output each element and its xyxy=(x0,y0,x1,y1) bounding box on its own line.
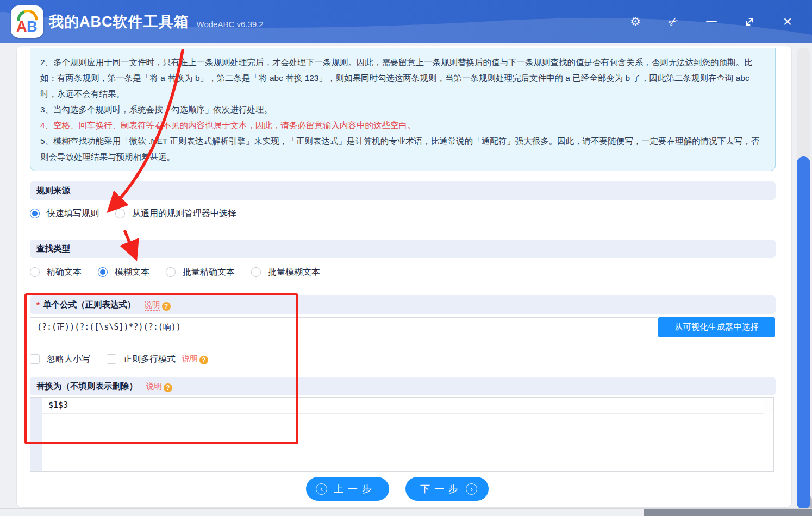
instructions-panel: 2、多个规则应用于同一文件时，只有在上一条规则处理完后，才会处理下一条规则。因此… xyxy=(30,48,776,171)
rule-source-header: 规则来源 xyxy=(30,181,776,200)
question-icon[interactable]: ? xyxy=(199,356,208,364)
radio-icon xyxy=(30,209,40,218)
radio-label: 批量模糊文本 xyxy=(268,267,320,278)
required-asterisk: * xyxy=(36,295,40,314)
replace-title: 替换为（不填则表示删除） xyxy=(36,377,138,395)
regex-formula-input[interactable] xyxy=(30,317,658,337)
bottom-divider xyxy=(0,508,812,509)
close-button[interactable]: × xyxy=(769,9,807,34)
next-step-label: 下一步 xyxy=(420,482,463,495)
radio-label: 批量精确文本 xyxy=(183,267,235,278)
note-item-5: 5、模糊查找功能采用「微软 .NET 正则表达式解析引擎」来实现，「正则表达式」… xyxy=(40,133,765,165)
replace-value: $1$3 xyxy=(48,400,68,410)
app-title: 我的ABC软件工具箱 xyxy=(49,12,189,32)
previous-step-button[interactable]: ‹ 上一步 xyxy=(306,477,389,501)
abc-logo-icon: A B xyxy=(14,9,40,35)
radio-quick-fill-rule[interactable]: 快速填写规则 xyxy=(30,208,99,219)
note-item-2: 2、多个规则应用于同一文件时，只有在上一条规则处理完后，才会处理下一条规则。因此… xyxy=(40,54,765,102)
checkbox-ignore-case[interactable]: 忽略大小写 xyxy=(30,354,90,365)
minimize-icon xyxy=(706,21,717,22)
replace-header: 替换为（不填则表示删除） 说明? xyxy=(30,377,776,395)
chevron-right-icon: › xyxy=(466,483,477,495)
textarea-gutter xyxy=(30,398,42,471)
checkbox-label: 正则多行模式 xyxy=(123,354,176,365)
screenshot-cut-button[interactable]: ✂ xyxy=(654,9,692,34)
radio-label: 模糊文本 xyxy=(115,267,149,278)
page-scrollbar-thumb[interactable] xyxy=(797,156,810,509)
question-icon[interactable]: ? xyxy=(164,383,172,392)
titlebar: A B 我的ABC软件工具箱 WodeABC v6.39.2 ⚙ ✂ xyxy=(0,0,812,43)
checkbox-icon xyxy=(30,354,40,364)
close-icon: × xyxy=(783,14,792,29)
svg-text:A: A xyxy=(16,18,27,35)
radio-from-rule-manager[interactable]: 从通用的规则管理器中选择 xyxy=(115,208,236,219)
textarea-scroll-thumb[interactable] xyxy=(764,398,773,414)
radio-label: 从通用的规则管理器中选择 xyxy=(132,208,236,219)
formula-title: 单个公式（正则表达式） xyxy=(43,295,136,314)
radio-label: 精确文本 xyxy=(47,267,82,278)
checkbox-icon xyxy=(107,354,116,364)
radio-icon xyxy=(115,209,125,218)
radio-fuzzy-text[interactable]: 模糊文本 xyxy=(98,267,149,278)
next-step-button[interactable]: 下一步 › xyxy=(405,477,489,501)
rule-source-title: 规则来源 xyxy=(36,181,70,200)
textarea-line-divider xyxy=(42,413,764,414)
radio-batch-fuzzy-text[interactable]: 批量模糊文本 xyxy=(251,267,320,278)
note-item-3: 3、当勾选多个规则时，系统会按「勾选顺序」依次进行处理。 xyxy=(40,102,765,117)
radio-exact-text[interactable]: 精确文本 xyxy=(30,267,82,278)
background-window-edge xyxy=(644,509,812,516)
find-type-header: 查找类型 xyxy=(30,240,776,258)
replace-help-link[interactable]: 说明 xyxy=(146,382,162,392)
question-icon[interactable]: ? xyxy=(162,302,171,311)
resize-icon xyxy=(744,16,755,27)
app-logo: A B xyxy=(11,5,43,38)
multiline-help-link[interactable]: 说明 xyxy=(182,354,198,364)
minimize-button[interactable] xyxy=(692,9,730,34)
replace-textarea[interactable]: $1$3 xyxy=(30,397,774,472)
checkbox-regex-multiline[interactable]: 正则多行模式 xyxy=(107,354,176,365)
radio-icon xyxy=(98,267,108,277)
formula-header: * 单个公式（正则表达式） 说明? xyxy=(30,295,776,314)
previous-step-label: 上一步 xyxy=(334,482,376,495)
chevron-left-icon: ‹ xyxy=(316,483,327,495)
textarea-scrollbar[interactable] xyxy=(764,398,773,471)
app-window: A B 我的ABC软件工具箱 WodeABC v6.39.2 ⚙ ✂ xyxy=(0,0,812,516)
checkbox-label: 忽略大小写 xyxy=(47,354,90,365)
gear-icon: ⚙ xyxy=(630,15,641,29)
scissors-icon: ✂ xyxy=(666,14,681,30)
radio-label: 快速填写规则 xyxy=(47,208,99,219)
radio-icon xyxy=(30,267,40,277)
find-type-title: 查找类型 xyxy=(36,240,70,258)
resize-button[interactable] xyxy=(730,9,769,34)
svg-text:B: B xyxy=(27,18,38,35)
note-item-4: 4、空格、回车换行、制表符等看不见的内容也属于文本，因此，请务必留意输入内容中的… xyxy=(40,117,765,133)
visual-generator-picker-button[interactable]: 从可视化生成器中选择 xyxy=(658,317,775,337)
radio-icon xyxy=(251,267,261,277)
radio-icon xyxy=(166,267,176,277)
formula-help-link[interactable]: 说明 xyxy=(145,300,160,311)
radio-batch-exact-text[interactable]: 批量精确文本 xyxy=(166,267,235,278)
settings-button[interactable]: ⚙ xyxy=(616,9,654,34)
app-version: WodeABC v6.39.2 xyxy=(197,20,264,29)
